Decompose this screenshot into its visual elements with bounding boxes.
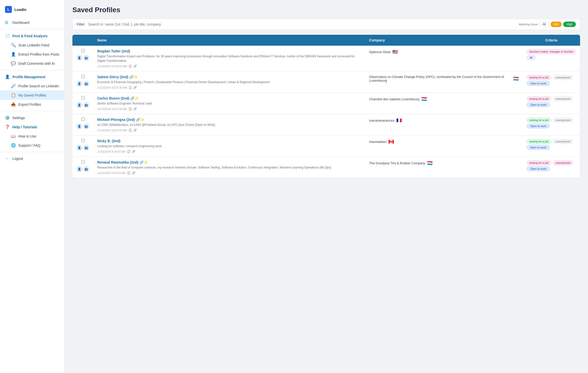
company-with-flag: Interintellect 🇨🇦: [369, 139, 519, 144]
sidebar-section-profile-mgmt[interactable]: 👤 Profile Management: [0, 72, 64, 81]
sidebar-item-profile-search[interactable]: 🔎 Profile Search on LinkedIn: [0, 81, 64, 91]
main-criteria-tags: looking for a jobunemployed: [526, 118, 576, 123]
profile-search-label: Profile Search on LinkedIn: [18, 84, 59, 88]
view-profile-icon[interactable]: 👤: [76, 166, 82, 172]
logo-text: LeadIn: [14, 7, 26, 12]
add-profile-icon[interactable]: 👥: [83, 81, 89, 87]
sidebar-section-post-feed[interactable]: 📄 Post & Feed Analysis: [0, 31, 64, 40]
company-with-flag: Optimum Desk 🇺🇸: [369, 49, 519, 55]
verified-icon: 🔗✨: [130, 96, 139, 100]
row-checkbox[interactable]: [81, 160, 85, 164]
row-checkbox[interactable]: [81, 49, 85, 52]
row-checkbox-cell: 👤 👥: [72, 136, 93, 157]
view-profile-icon[interactable]: 👤: [76, 81, 82, 87]
profile-name[interactable]: Sabine Dörry (2nd) 🔗✨: [97, 75, 361, 79]
score-mid-button[interactable]: Mid: [551, 22, 562, 27]
row-checkbox[interactable]: [81, 118, 85, 121]
criteria-tag: looking for a job: [526, 96, 551, 101]
settings-label: Settings: [12, 116, 25, 120]
profile-icon-2[interactable]: 🔗: [133, 65, 137, 68]
sidebar-item-how-to-use[interactable]: 📖 How to Use: [0, 132, 64, 141]
row-checkbox-cell: 👤 👥: [72, 93, 93, 114]
row-checkbox[interactable]: [81, 139, 85, 142]
open-to-work-tag: Open to work: [526, 145, 550, 150]
ai-tag: AI: [526, 55, 536, 60]
criteria-tag: unemployed: [553, 96, 573, 101]
filter-input[interactable]: [88, 22, 516, 26]
criteria-tag: Decision maker, manager or founder: [526, 49, 576, 54]
company-name: macartevacances: [369, 119, 394, 122]
profile-name[interactable]: Carlos Bueno (2nd) 🔗✨: [97, 96, 361, 100]
add-profile-icon[interactable]: 👥: [83, 166, 89, 172]
score-all-button[interactable]: All: [539, 22, 549, 27]
logout-icon: →: [5, 156, 10, 161]
profile-name[interactable]: Bogdan Tudor (2nd): [97, 49, 361, 53]
table-header-name: Name: [93, 35, 365, 46]
extra-criteria-tags: AI: [526, 55, 576, 60]
add-profile-icon[interactable]: 👥: [83, 55, 89, 61]
row-name-cell: Mickael Phongsa (2nd) 🔗✨ ex-CMO @Meilleu…: [93, 114, 365, 136]
profile-icon-2[interactable]: 🔗: [133, 107, 137, 110]
profile-name[interactable]: Nicky B. (2nd): [97, 139, 361, 143]
profile-icon-2[interactable]: 🔗: [133, 86, 137, 89]
dashboard-label: Dashboard: [12, 21, 30, 25]
page-title: Saved Profiles: [72, 6, 580, 14]
profile-name[interactable]: Renaud Rwemalika (2nd) 🔗✨: [97, 160, 361, 164]
view-profile-icon[interactable]: 👤: [76, 102, 82, 108]
row-criteria-cell: looking for a jobunemployedOpen to work: [523, 157, 580, 178]
sidebar-item-extract-profiles[interactable]: 👤 Extract Profiles from Posts: [0, 50, 64, 59]
row-actions: 👤 👥: [76, 49, 89, 61]
profiles-table: Name Company Criteria 👤 👥 Bogdan Tudor (…: [72, 35, 580, 178]
add-profile-icon[interactable]: 👥: [83, 102, 89, 108]
sidebar-item-settings[interactable]: ⚙️ Settings: [0, 113, 64, 122]
sidebar-item-dashboard[interactable]: ⊞ Dashboard: [0, 18, 64, 27]
profile-timestamp: 11/13/2024 9:34:07 AM 📋 🔗: [97, 150, 361, 153]
filter-label: Filter:: [77, 22, 85, 26]
profile-icon-1[interactable]: 📋: [127, 150, 130, 153]
extra-criteria-tags: Open to work: [526, 166, 576, 171]
profile-icon-2[interactable]: 🔗: [133, 129, 137, 132]
row-checkbox[interactable]: [81, 96, 85, 100]
profile-icon-1[interactable]: 📋: [128, 107, 132, 110]
criteria-tag: looking for a job: [526, 118, 551, 123]
sidebar-item-scan-feed[interactable]: 🔍 Scan LinkedIn Feed: [0, 40, 64, 50]
row-actions: 👤 👥: [76, 118, 89, 129]
row-checkbox-cell: 👤 👥: [72, 157, 93, 178]
profile-icon-1[interactable]: 📋: [127, 171, 130, 174]
sidebar-item-help[interactable]: ❓ Help / Tutorials: [0, 122, 64, 132]
profile-icon-1[interactable]: 📋: [128, 86, 132, 89]
add-profile-icon[interactable]: 👥: [83, 145, 89, 151]
profile-icon-1[interactable]: 📋: [128, 65, 132, 68]
sidebar-item-support[interactable]: 🌐 Support / FAQ: [0, 141, 64, 150]
row-company-cell: Optimum Desk 🇺🇸: [365, 46, 523, 71]
add-profile-icon[interactable]: 👥: [83, 123, 89, 129]
view-profile-icon[interactable]: 👤: [76, 145, 82, 151]
draft-comments-icon: 💬: [11, 61, 16, 66]
profile-name[interactable]: Mickael Phongsa (2nd) 🔗✨: [97, 118, 361, 122]
sidebar-item-draft-comments[interactable]: 💬 Draft Comments with AI: [0, 59, 64, 68]
row-criteria-cell: Decision maker, manager or founderAI: [523, 46, 580, 71]
post-feed-icon: 📄: [5, 34, 10, 38]
company-with-flag: The Goodyear Tire & Rubber Company 🇱🇺: [369, 160, 519, 166]
extra-criteria-tags: Open to work: [526, 102, 576, 107]
open-to-work-tag: Open to work: [526, 124, 550, 129]
sidebar-item-logout[interactable]: → Logout: [0, 154, 64, 163]
profile-icon-1[interactable]: 📋: [128, 129, 132, 132]
company-name: The Goodyear Tire & Rubber Company: [369, 161, 425, 165]
row-actions: 👤 👥: [76, 96, 89, 108]
row-checkbox[interactable]: [81, 75, 85, 78]
view-profile-icon[interactable]: 👤: [76, 123, 82, 129]
view-profile-icon[interactable]: 👤: [76, 55, 82, 61]
score-high-button[interactable]: High: [563, 22, 576, 27]
sidebar-item-export-profiles[interactable]: 📤 Export Profiles: [0, 100, 64, 109]
sidebar-item-saved-profiles[interactable]: 📋 My Saved Profiles: [0, 91, 64, 100]
profile-icon-2[interactable]: 🔗: [132, 150, 135, 153]
profile-icon-2[interactable]: 🔗: [132, 171, 135, 174]
post-feed-label: Post & Feed Analysis: [12, 34, 48, 38]
extra-criteria-tags: Open to work: [526, 124, 576, 129]
sidebar-logo: L LeadIn: [0, 4, 64, 18]
verified-icon: 🔗✨: [136, 118, 144, 122]
profile-timestamp: 11/13/2024 9:33:53 AM 📋 🔗: [97, 171, 361, 174]
profile-timestamp: 11/13/2024 10:07:20 AM 📋 🔗: [97, 107, 361, 110]
row-checkbox-cell: 👤 👥: [72, 71, 93, 93]
